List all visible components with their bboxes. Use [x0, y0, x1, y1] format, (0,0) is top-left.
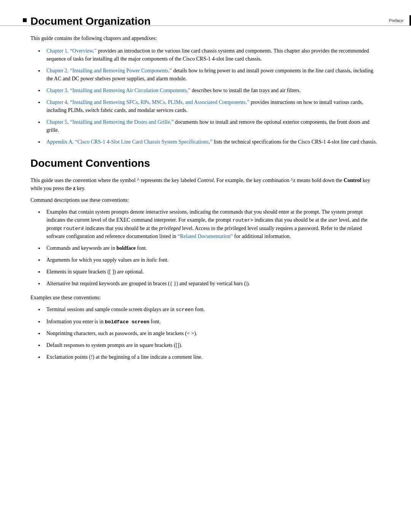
chapter1-link[interactable]: Chapter 1, “Overview,” — [46, 48, 97, 54]
list-item: Chapter 5, “Installing and Removing the … — [38, 118, 381, 134]
list-item: Chapter 2, “Installing and Removing Powe… — [38, 67, 381, 83]
boldface-text: boldface — [116, 245, 136, 251]
list-item: Default responses to system prompts are … — [38, 341, 381, 349]
privileged-italic: privileged — [159, 225, 181, 231]
control-italic: Control — [198, 177, 214, 183]
page-wrapper: Preface Document Organization This guide… — [0, 15, 411, 532]
control-bold: Control — [344, 177, 361, 183]
section2-title: Document Conventions — [30, 157, 381, 169]
ex-bullet4-text: Default responses to system prompts are … — [46, 342, 182, 348]
conv-bullet4-text: Elements in square brackets ([ ]) are op… — [46, 269, 144, 275]
conventions-bullet-list-1: Examples that contain system prompts den… — [30, 208, 381, 288]
chapter3-link[interactable]: Chapter 3, “Installing and Removing Air … — [46, 88, 190, 93]
appendixA-link[interactable]: Appendix A, “Cisco CRS-1 4-Slot Line Car… — [46, 139, 212, 145]
section2-intro2: Command descriptions use these conventio… — [30, 196, 381, 204]
ex-bullet5-text: Exclamation points (!) at the beginning … — [46, 354, 202, 360]
list-item: Chapter 1, “Overview,” provides an intro… — [38, 47, 381, 63]
router-prompt: router> — [233, 217, 253, 223]
section2-intro1: This guide uses the convention where the… — [30, 176, 381, 192]
header-left-square — [23, 18, 27, 22]
header-preface-label: Preface — [389, 18, 403, 23]
screen-monospace: screen — [176, 307, 194, 313]
conv-bullet2-text: Commands and keywords are in boldface fo… — [46, 245, 147, 251]
bullet6-rest: lists the technical specifications for t… — [213, 139, 377, 145]
chapter5-link[interactable]: Chapter 5, “Installing and Removing the … — [46, 119, 174, 125]
boldface-screen-text: boldface screen — [105, 319, 150, 325]
conv-bullet5-text: Alternative but required keywords are gr… — [46, 281, 250, 286]
chapter4-link[interactable]: Chapter 4, “Installing and Removing SFCs… — [46, 99, 249, 105]
z-bold: z — [73, 185, 75, 191]
italic-text: italic — [147, 257, 158, 263]
header-bar-line — [409, 15, 411, 26]
router-hash: router# — [63, 226, 84, 232]
conventions-bullet-list-2: Terminal sessions and sample console scr… — [30, 305, 381, 361]
list-item: Nonprinting characters, such as password… — [38, 329, 381, 337]
bullet3-rest: describes how to install the fan trays a… — [192, 88, 301, 93]
ex-bullet1-text: Terminal sessions and sample console scr… — [46, 307, 205, 312]
ex-bullet3-text: Nonprinting characters, such as password… — [46, 331, 197, 336]
section2-intro3: Examples use these conventions: — [30, 294, 381, 302]
list-item: Exclamation points (!) at the beginning … — [38, 353, 381, 361]
section1-intro: This guide contains the following chapte… — [30, 34, 381, 42]
list-item: Alternative but required keywords are gr… — [38, 280, 381, 288]
header-bar: Preface — [0, 15, 411, 26]
list-item: Elements in square brackets ([ ]) are op… — [38, 268, 381, 276]
conv-bullet1-text: Examples that contain system prompts den… — [46, 209, 367, 239]
ex-bullet2-text: Information you enter is in boldface scr… — [46, 319, 161, 324]
related-doc-link[interactable]: “Related Documentation” — [178, 233, 233, 239]
main-content: Document Organization This guide contain… — [0, 15, 411, 361]
list-item: Terminal sessions and sample console scr… — [38, 305, 381, 314]
user-italic: user — [328, 217, 338, 223]
list-item: Chapter 4, “Installing and Removing SFCs… — [38, 98, 381, 114]
list-item: Information you enter is in boldface scr… — [38, 318, 381, 326]
list-item: Commands and keywords are in boldface fo… — [38, 244, 381, 252]
list-item: Examples that contain system prompts den… — [38, 208, 381, 240]
list-item: Arguments for which you supply values ar… — [38, 256, 381, 264]
section2: Document Conventions This guide uses the… — [30, 157, 381, 361]
list-item: Appendix A, “Cisco CRS-1 4-Slot Line Car… — [38, 138, 381, 146]
section1-bullet-list: Chapter 1, “Overview,” provides an intro… — [30, 47, 381, 146]
chapter2-link[interactable]: Chapter 2, “Installing and Removing Powe… — [46, 68, 172, 73]
conv-bullet3-text: Arguments for which you supply values ar… — [46, 257, 169, 263]
list-item: Chapter 3, “Installing and Removing Air … — [38, 86, 381, 94]
